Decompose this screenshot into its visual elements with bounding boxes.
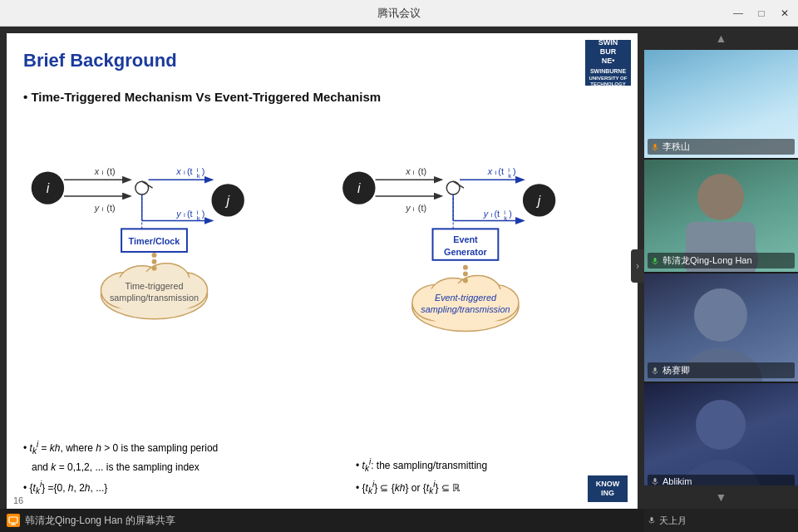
mic-icon (651, 367, 659, 375)
svg-rect-97 (654, 367, 657, 372)
svg-point-99 (696, 400, 746, 450)
page-number: 16 (13, 495, 23, 505)
slide-content: SWIN BUR NE• SWINBURNE UNIVERSITY OF TEC… (7, 33, 638, 509)
svg-point-38 (152, 266, 157, 271)
svg-text:(t: (t (494, 209, 500, 219)
svg-text:x: x (405, 166, 411, 176)
svg-point-40 (152, 253, 157, 258)
screen-share-icon (7, 514, 20, 527)
svg-text:i: i (184, 169, 185, 176)
svg-text:k: k (197, 214, 200, 222)
svg-text:): ) (202, 209, 205, 219)
svg-text:Event: Event (453, 234, 478, 244)
svg-text:(t): (t) (106, 166, 115, 176)
svg-point-95 (694, 288, 747, 342)
panel-toggle-button[interactable]: › (631, 249, 644, 283)
swin-line3: NE• (602, 57, 615, 66)
mic-icon (651, 257, 659, 265)
svg-text:k: k (508, 172, 511, 180)
svg-text:i: i (413, 205, 415, 213)
svg-rect-93 (654, 258, 657, 262)
svg-point-9 (135, 181, 149, 195)
svg-point-39 (152, 259, 157, 264)
mic-icon (651, 143, 659, 151)
svg-text:k: k (197, 172, 200, 180)
svg-text:(t: (t (187, 209, 193, 219)
svg-text:): ) (509, 209, 512, 219)
svg-text:x: x (94, 166, 100, 176)
svg-text:i: i (490, 211, 492, 219)
svg-text:y: y (405, 203, 411, 213)
scroll-down-button[interactable]: ▼ (644, 485, 798, 509)
svg-text:Timer/Clock: Timer/Clock (129, 236, 181, 246)
svg-text:x: x (487, 166, 493, 176)
svg-rect-88 (654, 144, 657, 148)
svg-text:y: y (94, 203, 100, 213)
svg-text:(t): (t) (418, 203, 426, 213)
svg-point-81 (463, 272, 468, 277)
close-button[interactable]: ✕ (778, 7, 791, 19)
time-triggered-cloud: Time-triggered sampling/transmission (101, 264, 207, 319)
svg-text:(t: (t (498, 166, 504, 176)
minimize-button[interactable]: — (732, 7, 745, 19)
swin-line1: SWIN (598, 38, 618, 47)
slide-subtitle: • Time-Triggered Mechanism Vs Event-Trig… (23, 90, 381, 104)
slide-title: Brief Background (23, 50, 177, 71)
svg-point-50 (446, 181, 460, 195)
sharing-status-text: 韩清龙Qing-Long Han 的屏幕共享 (25, 514, 175, 528)
participant-card: Ablikim (644, 383, 798, 485)
window-controls: — □ ✕ (732, 7, 791, 19)
swin-line2: BUR (600, 47, 617, 57)
diagram-svg: i x i (t) y i (t) x (15, 116, 629, 382)
svg-text:): ) (202, 166, 205, 176)
mic-icon (651, 477, 659, 485)
svg-point-80 (463, 278, 468, 283)
svg-text:Time-triggered: Time-triggered (125, 281, 183, 291)
svg-text:y: y (483, 209, 489, 219)
svg-text:i: i (495, 169, 496, 176)
svg-text:Generator: Generator (444, 247, 488, 257)
participant-card: 李秩山 (644, 50, 798, 158)
svg-text:(t): (t) (106, 203, 115, 213)
status-bar: 韩清龙Qing-Long Han 的屏幕共享 (0, 509, 644, 532)
swinburne-logo: SWIN BUR NE• SWINBURNE UNIVERSITY OF TEC… (585, 40, 631, 86)
svg-text:i: i (184, 211, 185, 219)
svg-rect-85 (9, 517, 17, 523)
knowing-badge: KNOW ING (588, 475, 628, 502)
svg-text:y: y (175, 209, 181, 219)
svg-text:k: k (504, 214, 507, 222)
svg-text:i: i (413, 169, 415, 176)
participant-name: 韩清龙Qing-Long Han (648, 253, 795, 268)
svg-point-90 (697, 174, 744, 220)
participants-list: 李秩山 (644, 50, 798, 485)
mic-icon-small (648, 516, 656, 525)
event-triggered-cloud: Event-triggered sampling/transmission (412, 276, 519, 332)
main-layout: SWIN BUR NE• SWINBURNE UNIVERSITY OF TEC… (0, 27, 798, 532)
bottom-text-left: • tki = kh, where h > 0 is the sampling … (23, 437, 339, 499)
svg-text:i: i (101, 205, 103, 213)
scroll-up-button[interactable]: ▲ (644, 27, 798, 50)
participant-card: 韩清龙Qing-Long Han (644, 160, 798, 272)
svg-rect-101 (654, 478, 657, 482)
svg-text:i: i (101, 169, 103, 176)
right-panel: ▲ 李秩山 (644, 27, 798, 532)
maximize-button[interactable]: □ (755, 7, 768, 19)
svg-rect-103 (651, 517, 653, 521)
participant-preview: 天上月 (644, 509, 798, 532)
svg-point-82 (463, 265, 468, 270)
svg-text:x: x (175, 166, 181, 176)
title-bar: 腾讯会议 — □ ✕ (0, 0, 798, 27)
participant-name: 李秩山 (648, 139, 795, 155)
svg-text:(t): (t) (418, 166, 426, 176)
svg-text:sampling/transmission: sampling/transmission (110, 293, 199, 303)
svg-text:(t: (t (187, 166, 193, 176)
svg-text:sampling/transmission: sampling/transmission (421, 304, 510, 314)
svg-text:i: i (47, 181, 50, 195)
app-title: 腾讯会议 (377, 6, 421, 21)
participant-name: 杨赛卿 (648, 362, 795, 378)
svg-text:): ) (513, 166, 516, 176)
diagram-area: i x i (t) y i (t) x (15, 116, 629, 382)
slide-area: SWIN BUR NE• SWINBURNE UNIVERSITY OF TEC… (0, 27, 644, 532)
svg-text:Event-triggered: Event-triggered (435, 293, 497, 303)
bottom-text-right: • tki: the sampling/transmitting • {tki}… (356, 455, 622, 499)
